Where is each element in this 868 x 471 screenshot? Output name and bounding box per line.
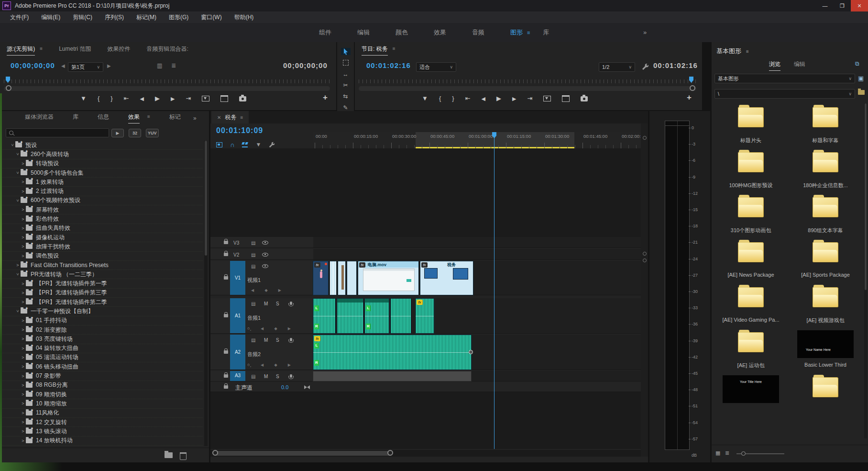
panel-menu-icon[interactable]: ≡ <box>393 46 396 51</box>
caret-down-icon[interactable]: > <box>10 142 15 148</box>
transport-add-marker-button[interactable]: ▼ <box>80 93 87 104</box>
caret-right-icon[interactable]: > <box>20 401 26 406</box>
caret-right-icon[interactable]: > <box>20 189 26 194</box>
timeline-vertical-scrollbar[interactable] <box>641 123 648 457</box>
video-clip[interactable] <box>338 261 346 295</box>
caret-right-icon[interactable]: > <box>20 217 26 222</box>
filter-badge-YUV[interactable]: YUV <box>146 129 159 137</box>
graphics-path-dropdown[interactable]: \∨ <box>714 89 855 99</box>
graphics-folder-dropdown[interactable]: 基本图形∨ <box>714 74 855 83</box>
tree-item[interactable]: >13 镜头滚动 <box>0 427 203 436</box>
caret-right-icon[interactable]: > <box>20 364 26 369</box>
tree-item[interactable]: >屏幕特效 <box>0 205 203 214</box>
tool-track-select-forward[interactable] <box>341 59 351 66</box>
menu-item[interactable]: 序列(S) <box>99 11 130 23</box>
audio-clip-empty[interactable] <box>313 371 472 381</box>
caret-down-icon[interactable]: > <box>15 271 20 277</box>
graphics-item[interactable]: Your Name HereBasic Lower Third <box>789 328 862 373</box>
transport-go-to-in-button[interactable]: ⇤ <box>124 93 129 104</box>
tree-item[interactable]: >PR无缝转场 （一二三季） <box>0 270 203 279</box>
tab-库[interactable]: 库 <box>73 113 78 123</box>
source-mini-timeline[interactable] <box>4 77 330 83</box>
mute-button[interactable]: M <box>264 337 268 343</box>
grid-view-icon[interactable]: ▦ <box>715 450 720 456</box>
graphics-item[interactable]: 100种MG图形预设 <box>714 148 787 193</box>
tab-source-panel[interactable]: Lumetri 范围 <box>59 45 91 55</box>
track-lane-V2[interactable] <box>313 249 641 260</box>
menu-item[interactable]: 标记(M) <box>130 11 163 23</box>
track-name[interactable]: 视频1 <box>247 277 261 284</box>
menu-item[interactable]: 剪辑(C) <box>66 11 99 23</box>
tree-item[interactable]: >【PR】无缝转场插件第一季 <box>0 279 203 288</box>
graphics-item[interactable]: [AE] News Package <box>714 238 787 283</box>
graphics-item[interactable]: Your Title Here <box>714 373 787 418</box>
tree-item[interactable]: >【PR】无缝转场插件第三季 <box>0 289 203 298</box>
transport-go-to-out-button[interactable]: ⇥ <box>527 93 532 104</box>
transport-go-to-out-button[interactable]: ⇥ <box>186 93 191 104</box>
caret-right-icon[interactable]: > <box>20 392 26 397</box>
menu-item[interactable]: 编辑(E) <box>35 11 66 23</box>
caret-right-icon[interactable]: > <box>20 161 26 166</box>
tree-item[interactable]: >12 交叉旋转 <box>0 418 203 427</box>
sync-lock-icon[interactable]: ▤ <box>251 264 255 269</box>
voiceover-record-icon[interactable] <box>290 302 292 305</box>
tree-item[interactable]: >摄像机运动 <box>0 233 203 242</box>
tab-编辑[interactable]: 编辑 <box>794 60 805 71</box>
keyframe-nav-icons[interactable]: ◀ ◆ ▶ <box>261 363 296 367</box>
caret-right-icon[interactable]: > <box>20 281 26 286</box>
track-target-button[interactable]: A2 <box>230 335 245 370</box>
caret-right-icon[interactable]: > <box>20 411 26 415</box>
caret-right-icon[interactable]: > <box>20 235 26 240</box>
voiceover-record-icon[interactable] <box>290 338 292 341</box>
lock-icon[interactable] <box>224 374 228 378</box>
browse-folder-icon[interactable] <box>858 90 865 95</box>
caret-right-icon[interactable]: > <box>20 327 26 332</box>
track-header-A1[interactable]: A1▤MS音频1○˯◀ ◆ ▶ <box>210 298 313 334</box>
button-editor-plus[interactable]: + <box>687 93 692 102</box>
tree-item[interactable]: >2 过渡转场 <box>0 187 203 196</box>
tool-ripple-edit[interactable]: ↔ <box>341 70 351 77</box>
timeline-linked-selection-button[interactable] <box>242 142 248 147</box>
tree-item[interactable]: >260个高级转场 <box>0 150 203 159</box>
graphics-item[interactable]: 标题片头 <box>714 103 787 148</box>
video-clip[interactable]: fx <box>313 261 329 295</box>
audio-clip[interactable]: LR <box>364 298 389 334</box>
timeline-horizontal-scrollbar[interactable] <box>210 450 641 457</box>
program-zoom-handle[interactable] <box>690 85 695 91</box>
panel-menu-icon[interactable]: ≡ <box>147 114 150 119</box>
panel-menu-icon[interactable]: ≡ <box>240 115 243 120</box>
graphics-scrollbar[interactable] <box>864 103 867 438</box>
lock-icon[interactable] <box>224 241 228 244</box>
panel-menu-icon[interactable]: ≡ <box>40 46 43 51</box>
transport-mark-in-button[interactable]: { <box>98 93 99 104</box>
caret-right-icon[interactable]: > <box>20 291 26 295</box>
prev-page-button[interactable]: ◀ <box>61 63 65 68</box>
settings-icon[interactable]: ▥ <box>157 62 162 69</box>
caret-right-icon[interactable]: > <box>20 207 26 212</box>
tree-item[interactable]: >03 亮度键转场 <box>0 335 203 344</box>
close-button[interactable]: ✕ <box>851 0 868 11</box>
panel-menu-icon[interactable]: ≡ <box>746 49 749 54</box>
caret-right-icon[interactable]: > <box>20 226 26 231</box>
tree-item[interactable]: >600个视频特效预设 <box>0 196 203 205</box>
source-zoom-handle[interactable] <box>6 85 11 91</box>
graphics-item[interactable]: [AE] 视频游戏包 <box>789 283 862 328</box>
timeline-nest-toggle-button[interactable] <box>216 142 222 147</box>
tab-source-panel[interactable]: 效果控件 <box>108 45 131 55</box>
timeline-timecode[interactable]: 00:01:10:09 <box>216 126 263 135</box>
track-header-V1[interactable]: V1▤视频1◀ ◆ ▶ <box>210 261 313 295</box>
master-volume-value[interactable]: 0.0 <box>281 384 288 390</box>
caret-right-icon[interactable]: > <box>20 179 26 184</box>
transport-mark-out-button[interactable]: } <box>110 93 112 104</box>
caret-right-icon[interactable]: > <box>20 383 26 388</box>
playback-resolution-dropdown[interactable]: 1/2∨ <box>599 62 635 72</box>
tree-item[interactable]: >Fast Glitch Transitions Presets <box>0 261 203 270</box>
minimize-button[interactable]: — <box>816 0 834 11</box>
tree-item[interactable]: >01 手持抖动 <box>0 316 203 325</box>
tab-source-active[interactable]: 源:(无剪辑) <box>7 45 35 56</box>
tree-item[interactable]: >彩色特效 <box>0 214 203 224</box>
track-name[interactable]: 音频2 <box>247 351 261 358</box>
caret-right-icon[interactable]: > <box>15 263 21 268</box>
media-browser-icon[interactable]: ⧉ <box>855 60 859 67</box>
graphics-item[interactable]: 310个图形动画包 <box>714 193 787 238</box>
